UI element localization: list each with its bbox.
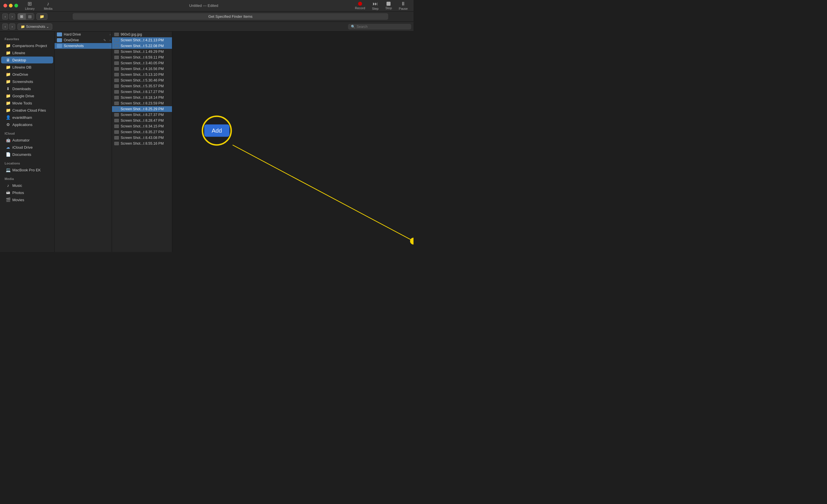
media-icon: ♪: [47, 1, 49, 6]
screenshot-thumb: [114, 61, 119, 65]
file-item-ss14[interactable]: Screen Shot...t 8.27.37 PM: [112, 112, 172, 118]
file-item-jpg[interactable]: 960x0.jpg.jpg: [112, 32, 172, 37]
svg-line-1: [233, 145, 414, 241]
screenshot-thumb: [114, 96, 119, 99]
sidebar-item-lifewire-db[interactable]: 📁 Lifewire DB: [1, 64, 53, 70]
file-item-ss12[interactable]: Screen Shot...t 8.23.59 PM: [112, 100, 172, 106]
file-item-ss13[interactable]: Screen Shot...t 8.25.29 PM: [112, 106, 172, 112]
list-view-button[interactable]: ▤: [26, 13, 34, 19]
back-button-2[interactable]: ‹: [2, 23, 8, 30]
sidebar-item-automator[interactable]: 🤖 Automator: [1, 137, 53, 144]
forward-button[interactable]: ›: [9, 13, 15, 19]
screenshot-thumb: [114, 130, 119, 134]
folder-icon: [57, 33, 62, 37]
search-bar[interactable]: 🔍: [348, 24, 411, 30]
pause-button[interactable]: ⏸ Pause: [397, 0, 410, 11]
file-item-ss17[interactable]: Screen Shot...t 8.35.27 PM: [112, 129, 172, 135]
file-item-label: Hard Drive: [64, 33, 81, 37]
sidebar-item-movie-tools[interactable]: 📁 Movie Tools: [1, 100, 53, 106]
record-label: Record: [355, 6, 365, 10]
sidebar-item-label: Movies: [12, 198, 24, 202]
sidebar-item-creative-cloud[interactable]: 📁 Creative Cloud Files: [1, 107, 53, 114]
path-folder-icon: 📁: [21, 25, 25, 29]
sidebar-item-evankillham[interactable]: 👤 evankillham: [1, 114, 53, 121]
sidebar-item-google-drive[interactable]: 📁 Google Drive: [1, 92, 53, 99]
search-input[interactable]: [357, 25, 408, 29]
file-item-ss3[interactable]: Screen Shot...t 1.49.29 PM: [112, 49, 172, 55]
icloud-label: iCloud: [0, 128, 54, 136]
sidebar-item-movies[interactable]: 🎬 Movies: [1, 196, 53, 203]
file-item-ss16[interactable]: Screen Shot...t 8.34.15 PM: [112, 123, 172, 129]
minimize-button[interactable]: [9, 4, 13, 7]
file-item-ss18[interactable]: Screen Shot...t 8.43.08 PM: [112, 135, 172, 141]
file-item-onedrive[interactable]: OneDrive › ✎: [55, 37, 112, 43]
file-item-ss10[interactable]: Screen Shot...t 8.17.27 PM: [112, 89, 172, 95]
action-title: Get Specified Finder Items: [72, 13, 388, 20]
sidebar-item-lifewire[interactable]: 📁 Lifewire: [1, 49, 53, 56]
user-icon: 👤: [6, 115, 10, 120]
sidebar-item-icloud-drive[interactable]: ☁ iCloud Drive: [1, 144, 53, 151]
file-item-label: Screen Shot...t 8.59.11 PM: [120, 55, 164, 59]
fullscreen-button[interactable]: [14, 4, 18, 7]
sidebar-item-label: iCloud Drive: [12, 145, 33, 150]
sidebar-item-label: Photos: [12, 191, 24, 195]
grid-view-button[interactable]: ⊞: [18, 13, 26, 19]
traffic-lights: [3, 4, 18, 7]
sidebar-item-desktop[interactable]: 🖥 Desktop: [1, 57, 53, 63]
library-button[interactable]: ⊞ Library: [23, 0, 37, 11]
file-item-ss2[interactable]: Screen Shot...t 5.22.08 PM: [112, 43, 172, 49]
screenshot-thumb: [114, 107, 119, 111]
screenshot-thumb: [114, 136, 119, 140]
file-item-label: Screen Shot...t 5.30.46 PM: [120, 79, 164, 82]
sidebar-item-macbook[interactable]: 💻 MacBook Pro EK: [1, 166, 53, 173]
file-item-ss6[interactable]: Screen Shot...t 4.16.56 PM: [112, 66, 172, 72]
step-button[interactable]: ⏭ Step: [370, 0, 381, 11]
folder-icon: 📁: [6, 65, 10, 69]
media-label: Media: [0, 173, 54, 182]
sidebar-item-documents[interactable]: 📄 Documents: [1, 151, 53, 158]
folder-icon: 🖥: [6, 58, 10, 62]
file-item-ss11[interactable]: Screen Shot...t 8.18.14 PM: [112, 95, 172, 100]
file-item-ss15[interactable]: Screen Shot...t 8.28.47 PM: [112, 118, 172, 123]
path-selector[interactable]: 📁 Screenshots ⌄: [17, 23, 53, 30]
add-button[interactable]: Add: [204, 124, 230, 137]
file-item-label: Screen Shot...t 4.21.13 PM: [120, 38, 164, 42]
sidebar-item-label: Automator: [12, 138, 30, 142]
file-item-harddrive[interactable]: Hard Drive ›: [55, 32, 112, 37]
sidebar-item-music[interactable]: ♪ Music: [1, 182, 53, 189]
sidebar-item-screenshots[interactable]: 📁 Screenshots: [1, 78, 53, 85]
forward-button-2[interactable]: ›: [9, 23, 15, 30]
screenshot-thumb: [114, 84, 119, 88]
close-button[interactable]: [3, 4, 7, 7]
step-label: Step: [372, 7, 379, 10]
media-button[interactable]: ♪ Media: [42, 0, 55, 11]
folder-pane-1: Hard Drive › OneDrive › ✎ Screenshots ›: [55, 32, 112, 252]
sidebar-item-onedrive[interactable]: 📁 OneDrive: [1, 71, 53, 78]
file-item-label: Screen Shot...t 8.28.47 PM: [120, 118, 164, 122]
search-icon: 🔍: [351, 25, 355, 29]
stop-button[interactable]: Stop: [383, 1, 394, 11]
sidebar-item-comparisons[interactable]: 📁 Comparisons Project: [1, 42, 53, 49]
file-item-ss4[interactable]: Screen Shot...t 8.59.11 PM: [112, 55, 172, 60]
file-item-ss7[interactable]: Screen Shot...t 5.13.10 PM: [112, 72, 172, 78]
folder-button[interactable]: 📁: [37, 13, 47, 20]
nav-area: ‹ › 📁 Screenshots ⌄ 🔍: [0, 22, 414, 32]
sidebar-item-label: Screenshots: [12, 80, 33, 84]
sidebar-item-applications[interactable]: ⚙ Applications: [1, 121, 53, 128]
image-thumb: [114, 33, 119, 36]
file-item-label: Screen Shot...t 8.23.59 PM: [120, 101, 164, 105]
file-item-ss8[interactable]: Screen Shot...t 5.30.46 PM: [112, 78, 172, 83]
sidebar-item-photos[interactable]: 🏔 Photos: [1, 189, 53, 196]
file-item-screenshots[interactable]: Screenshots ›: [55, 43, 112, 49]
screenshot-thumb: [114, 73, 119, 77]
back-button[interactable]: ‹: [2, 13, 8, 19]
record-button[interactable]: Record: [353, 1, 367, 11]
folder-icon: 📁: [6, 72, 10, 77]
sidebar-item-label: Music: [12, 184, 22, 188]
sidebar-item-downloads[interactable]: ⬇ Downloads: [1, 85, 53, 92]
file-item-ss9[interactable]: Screen Shot...t 5.35.57 PM: [112, 83, 172, 89]
file-item-ss5[interactable]: Screen Shot...t 3.40.05 PM: [112, 60, 172, 66]
file-item-ss1[interactable]: Screen Shot...t 4.21.13 PM: [112, 37, 172, 43]
file-item-ss19[interactable]: Screen Shot...t 8.55.16 PM: [112, 141, 172, 146]
file-item-label: Screen Shot...t 3.40.05 PM: [120, 61, 164, 65]
